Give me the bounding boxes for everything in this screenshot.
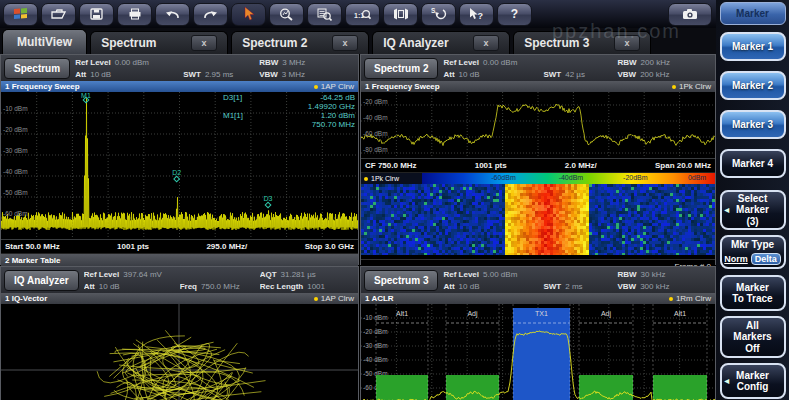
marker-4-button[interactable]: Marker 4 xyxy=(720,149,786,178)
window-titlebar-frequency-sweep-2[interactable]: 1 Frequency Sweep 1Pk Clrw xyxy=(361,81,715,92)
spectrum2-trace-svg xyxy=(361,92,715,158)
trace-color-dot xyxy=(364,177,368,181)
close-icon[interactable]: x xyxy=(473,35,499,51)
zoom-1-1-icon[interactable]: 1:1 xyxy=(345,3,380,26)
undo-icon[interactable] xyxy=(155,3,190,26)
plot-marker-label: M1 xyxy=(81,92,91,99)
y-axis-label: -40 dBm xyxy=(363,114,388,121)
window-title: 1 IQ-Vector xyxy=(5,294,47,303)
marker-1-button[interactable]: Marker 1 xyxy=(720,32,786,61)
windows-logo-icon[interactable] xyxy=(3,3,38,26)
channel-label: Alt1 xyxy=(674,310,686,317)
window-title: 1 ACLR xyxy=(365,294,394,303)
y-axis-label: -60 dBm xyxy=(3,210,28,217)
swt-label: SWT xyxy=(183,70,201,79)
close-icon[interactable]: x xyxy=(614,35,640,51)
continuous-sweep-icon[interactable]: S xyxy=(421,3,456,26)
help-icon[interactable]: ? xyxy=(497,3,532,26)
window-titlebar-iq-vector[interactable]: 1 IQ-Vector 1AP Clrw xyxy=(1,293,358,304)
y-axis-label: -40 dBm xyxy=(363,356,388,363)
rbw-value: 3 MHz xyxy=(282,58,305,67)
y-axis-label: -20 dBm xyxy=(3,126,28,133)
zoom-graph-icon[interactable] xyxy=(269,3,304,26)
window-titlebar-frequency-sweep[interactable]: 1 Frequency Sweep 1AP Clrw xyxy=(1,81,358,92)
analyzer-application: 1:1 S ? ? MultiView Spectrum x Spectrum … xyxy=(0,0,789,400)
marker-2-button[interactable]: Marker 2 xyxy=(720,71,786,100)
zoom-windows-icon[interactable] xyxy=(307,3,342,26)
print-icon[interactable] xyxy=(117,3,152,26)
x-axis-bar: CF 750.0 MHz1001 pts 2.0 MHz/Span 20.0 M… xyxy=(361,158,715,172)
select-pointer-icon[interactable] xyxy=(231,3,266,26)
mkr-type-norm-option[interactable]: Norm xyxy=(724,254,748,264)
spectrum-channel-button[interactable]: Spectrum xyxy=(4,58,70,79)
tab-spectrum-3[interactable]: Spectrum 3 x xyxy=(513,31,651,54)
marker-to-trace-button[interactable]: Marker To Trace xyxy=(720,275,786,311)
channel-tab-bar: MultiView Spectrum x Spectrum 2 x IQ Ana… xyxy=(0,28,716,54)
spectrogram-waterfall[interactable] xyxy=(361,184,715,255)
vbw-value: 3 MHz xyxy=(282,70,305,79)
context-help-icon[interactable]: ? xyxy=(459,3,494,26)
all-markers-off-button[interactable]: All Markers Off xyxy=(720,316,786,358)
channel-label: Adj xyxy=(467,310,478,318)
y-axis-label: -60 dBm xyxy=(363,130,388,137)
redo-icon[interactable] xyxy=(193,3,228,26)
tab-label: MultiView xyxy=(17,35,72,49)
spectrum2-plot[interactable]: -20 dBm-40 dBm-60 dBm-80 dBm xyxy=(361,92,715,158)
marker-menu-header[interactable]: Marker xyxy=(720,2,786,25)
color-gradient-bar: -60dBm -40dBm -20dBm 0dBm xyxy=(422,173,715,184)
y-axis-label: -30 dBm xyxy=(3,147,28,154)
open-file-icon[interactable] xyxy=(41,3,76,26)
tab-label: Spectrum xyxy=(101,36,156,50)
display-layout-icon[interactable] xyxy=(383,3,418,26)
trace-label: 1Rm Clrw xyxy=(676,294,711,303)
tab-iq-analyzer[interactable]: IQ Analyzer x xyxy=(372,31,510,54)
iq-channel-button[interactable]: IQ Analyzer xyxy=(4,270,79,291)
window-titlebar-aclr[interactable]: 1 ACLR 1Rm Clrw xyxy=(361,293,715,304)
y-axis-label: -30 dBm xyxy=(363,342,388,349)
channel-label: Adj xyxy=(601,310,612,318)
toolbar: 1:1 S ? ? xyxy=(0,0,716,28)
tab-spectrum-2[interactable]: Spectrum 2 x xyxy=(231,31,369,54)
save-icon[interactable] xyxy=(79,3,114,26)
trace-color-dot xyxy=(672,85,676,89)
mkr-type-delta-option[interactable]: Delta xyxy=(751,253,781,265)
panel-iq-analyzer: IQ Analyzer Ref Level397.64 mV AQT31.281… xyxy=(0,266,359,400)
close-icon[interactable]: x xyxy=(191,35,217,51)
ref-level-value: 0.00 dBm xyxy=(115,58,149,67)
trace-label: 1Pk Clrw xyxy=(679,82,711,91)
spectrum3-channel-button[interactable]: Spectrum 3 xyxy=(364,270,438,291)
tab-label: Spectrum 2 xyxy=(242,36,307,50)
spectrum-plot[interactable]: D3[1]-64.25 dB 1.49920 GHz M1[1]1.20 dBm… xyxy=(1,92,358,239)
spectrum3-settings-header: Spectrum 3 Ref Level5.00 dBm RBW30 kHz A… xyxy=(361,267,715,293)
marker-config-button[interactable]: ◀ Marker Config xyxy=(720,363,786,399)
tab-multiview[interactable]: MultiView xyxy=(2,29,87,54)
spectrum2-channel-button[interactable]: Spectrum 2 xyxy=(364,58,438,79)
y-axis-label: -10 dBm xyxy=(3,105,28,112)
trace-label: 1AP Clrw xyxy=(321,82,354,91)
vbw-label: VBW xyxy=(259,70,278,79)
window-title: 1 Frequency Sweep xyxy=(5,82,80,91)
select-marker-button[interactable]: ◀ Select Marker (3) xyxy=(720,190,786,230)
submenu-arrow-icon: ◀ xyxy=(725,378,730,385)
screenshot-camera-icon[interactable] xyxy=(668,3,712,26)
rbw-label: RBW xyxy=(259,58,278,67)
trace-label: 1AP Clrw xyxy=(321,294,354,303)
y-axis-label: -10 dBm xyxy=(363,314,388,321)
x-axis-bar: Start 50.0 MHz1001 pts 295.0 MHz/Stop 3.… xyxy=(1,239,358,253)
trace-color-dot xyxy=(314,297,318,301)
close-icon[interactable]: x xyxy=(332,35,358,51)
panel-spectrum-2: Spectrum 2 Ref Level0.00 dBm RBW200 kHz … xyxy=(360,54,716,265)
panel-spectrum-3: Spectrum 3 Ref Level5.00 dBm RBW30 kHz A… xyxy=(360,266,716,400)
y-axis-label: -80 dBm xyxy=(363,146,388,153)
marker-table-titlebar[interactable]: 2 Marker Table xyxy=(1,253,358,267)
panel-spectrum: Spectrum Ref Level0.00 dBm RBW3 MHz SGL … xyxy=(0,54,359,265)
y-axis-label: -20 dBm xyxy=(363,328,388,335)
iq-vector-plot[interactable] xyxy=(1,304,358,400)
tab-spectrum[interactable]: Spectrum x xyxy=(90,31,228,54)
softkey-sidebar: Marker Marker 1 Marker 2 Marker 3 Marker… xyxy=(716,0,789,400)
aclr-plot[interactable]: -10 dBm-20 dBm-30 dBm-40 dBm-50 dBm-60 d… xyxy=(361,304,715,400)
channel-label: Alt1 xyxy=(396,310,408,317)
mkr-type-button[interactable]: Mkr Type Norm Delta xyxy=(720,235,786,269)
y-axis-label: -40 dBm xyxy=(3,168,28,175)
marker-3-button[interactable]: Marker 3 xyxy=(720,110,786,139)
